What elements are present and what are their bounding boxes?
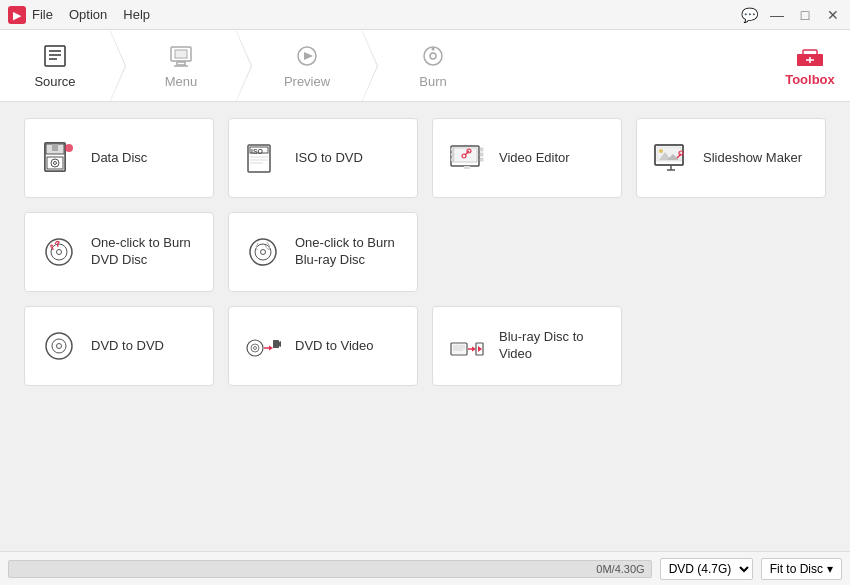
tool-oneclick-bluray[interactable]: One-click to Burn Blu-ray Disc: [228, 212, 418, 292]
fit-to-disc-button[interactable]: Fit to Disc ▾: [761, 558, 842, 580]
svg-rect-7: [177, 62, 185, 65]
toolbar-nav: Source Menu Preview: [0, 30, 850, 102]
svg-point-53: [659, 149, 663, 153]
svg-point-69: [254, 347, 257, 350]
tool-data-disc[interactable]: Data Disc: [24, 118, 214, 198]
nav-menu-arrow-inner: [236, 31, 251, 101]
svg-rect-43: [480, 153, 483, 156]
tool-iso-to-dvd[interactable]: ISO ISO to DVD: [228, 118, 418, 198]
menubar: File Option Help: [32, 7, 150, 22]
svg-marker-70: [269, 346, 273, 351]
svg-point-14: [432, 48, 435, 51]
nav-item-menu[interactable]: Menu: [126, 30, 236, 101]
svg-rect-26: [52, 144, 58, 151]
nav-item-source[interactable]: Source: [0, 30, 110, 101]
nav-source-arrow-inner: [110, 31, 125, 101]
svg-marker-72: [279, 340, 281, 348]
tool-slideshow-maker[interactable]: Slideshow Maker: [636, 118, 826, 198]
nav-source-wrap: Source: [0, 30, 110, 101]
minimize-button[interactable]: —: [768, 7, 786, 23]
main-content: Data Disc ISO ISO to DVD: [0, 102, 850, 551]
titlebar: ▶ File Option Help 💬 — □ ✕: [0, 0, 850, 30]
menu-option[interactable]: Option: [69, 7, 107, 22]
tool-grid-row3-empty: [636, 306, 826, 386]
tool-dvd-to-dvd-label: DVD to DVD: [91, 338, 164, 355]
svg-point-60: [57, 250, 62, 255]
tool-grid-row2-empty1: [432, 212, 622, 292]
tool-grid-row1: Data Disc ISO ISO to DVD: [24, 118, 826, 198]
nav-burn-label: Burn: [419, 74, 446, 89]
svg-rect-42: [480, 148, 483, 151]
svg-rect-40: [451, 153, 454, 156]
tool-grid-row2-empty2: [636, 212, 826, 292]
svg-point-30: [65, 144, 73, 152]
nav-menu-wrap: Menu: [126, 30, 236, 101]
svg-point-66: [57, 344, 62, 349]
menu-help[interactable]: Help: [123, 7, 150, 22]
nav-item-preview[interactable]: Preview: [252, 30, 362, 101]
svg-marker-11: [304, 52, 313, 60]
progress-label: 0M/4.30G: [596, 563, 644, 575]
tool-data-disc-label: Data Disc: [91, 150, 147, 167]
nav-preview-label: Preview: [284, 74, 330, 89]
svg-rect-44: [480, 158, 483, 161]
nav-source-label: Source: [34, 74, 75, 89]
nav-menu-label: Menu: [165, 74, 198, 89]
tool-dvd-to-dvd[interactable]: DVD to DVD: [24, 306, 214, 386]
svg-rect-2: [45, 46, 65, 66]
tool-bluray-to-video[interactable]: Blu-ray Disc to Video: [432, 306, 622, 386]
message-icon[interactable]: 💬: [740, 7, 758, 23]
svg-rect-71: [273, 340, 279, 348]
fit-disc-dropdown-icon: ▾: [827, 562, 833, 576]
svg-marker-78: [472, 347, 476, 352]
maximize-button[interactable]: □: [796, 7, 814, 23]
svg-rect-74: [452, 344, 466, 354]
tool-video-editor-label: Video Editor: [499, 150, 570, 167]
svg-point-63: [261, 250, 266, 255]
svg-point-13: [430, 53, 436, 59]
tool-oneclick-dvd-label: One-click to Burn DVD Disc: [91, 235, 197, 269]
toolbox-label: Toolbox: [785, 72, 835, 87]
nav-preview-wrap: Preview: [252, 30, 362, 101]
bottom-bar: 0M/4.30G DVD (4.7G) DVD (8.5G) BD-25 BD-…: [0, 551, 850, 585]
app-icon: ▶: [8, 6, 26, 24]
tool-grid-row3: DVD to DVD DVD to Video: [24, 306, 826, 386]
tool-slideshow-maker-label: Slideshow Maker: [703, 150, 802, 167]
progress-bar-container: 0M/4.30G: [8, 560, 652, 578]
svg-rect-48: [464, 166, 470, 169]
svg-point-29: [54, 162, 57, 165]
tool-iso-to-dvd-label: ISO to DVD: [295, 150, 363, 167]
menu-file[interactable]: File: [32, 7, 53, 22]
tool-oneclick-bluray-label: One-click to Burn Blu-ray Disc: [295, 235, 401, 269]
disc-type-select[interactable]: DVD (4.7G) DVD (8.5G) BD-25 BD-50: [660, 558, 753, 580]
window-controls: 💬 — □ ✕: [740, 7, 842, 23]
tool-dvd-to-video[interactable]: DVD to Video: [228, 306, 418, 386]
fit-to-disc-label: Fit to Disc: [770, 562, 823, 576]
tool-video-editor[interactable]: Video Editor: [432, 118, 622, 198]
svg-rect-41: [451, 158, 454, 161]
svg-rect-9: [175, 50, 187, 58]
nav-item-burn[interactable]: Burn: [378, 30, 488, 101]
toolbox-button[interactable]: Toolbox: [770, 30, 850, 101]
svg-text:▶: ▶: [13, 9, 22, 21]
tool-oneclick-dvd[interactable]: One-click to Burn DVD Disc: [24, 212, 214, 292]
nav-burn-wrap: Burn: [378, 30, 488, 101]
close-button[interactable]: ✕: [824, 7, 842, 23]
svg-rect-39: [451, 148, 454, 151]
tool-dvd-to-video-label: DVD to Video: [295, 338, 374, 355]
nav-preview-arrow-inner: [362, 31, 377, 101]
tool-bluray-to-video-label: Blu-ray Disc to Video: [499, 329, 605, 363]
svg-text:ISO: ISO: [251, 148, 264, 155]
tool-grid-row2: One-click to Burn DVD Disc One-click to …: [24, 212, 826, 292]
